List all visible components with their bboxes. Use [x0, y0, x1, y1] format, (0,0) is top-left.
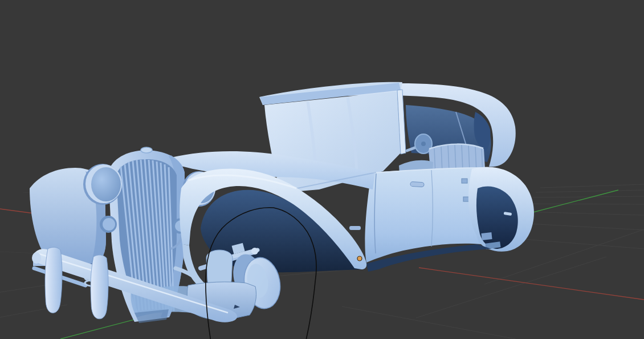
- door-check-pill: [349, 226, 361, 230]
- fog-light-left: [100, 216, 117, 233]
- bumper-overrider-left: [45, 247, 62, 313]
- origin-marker[interactable]: [357, 256, 362, 261]
- radiator-cap: [141, 147, 152, 153]
- viewport-canvas[interactable]: [0, 0, 644, 339]
- door-hinge-upper: [462, 179, 467, 183]
- door-handle: [410, 181, 424, 187]
- viewport-wrap: [0, 0, 644, 339]
- rear-axle-bracket: [481, 232, 492, 240]
- headlight-left: [83, 164, 122, 205]
- bumper-overrider-right: [91, 255, 108, 319]
- bumper-end-cap: [32, 252, 41, 264]
- door-hinge-lower: [463, 197, 469, 201]
